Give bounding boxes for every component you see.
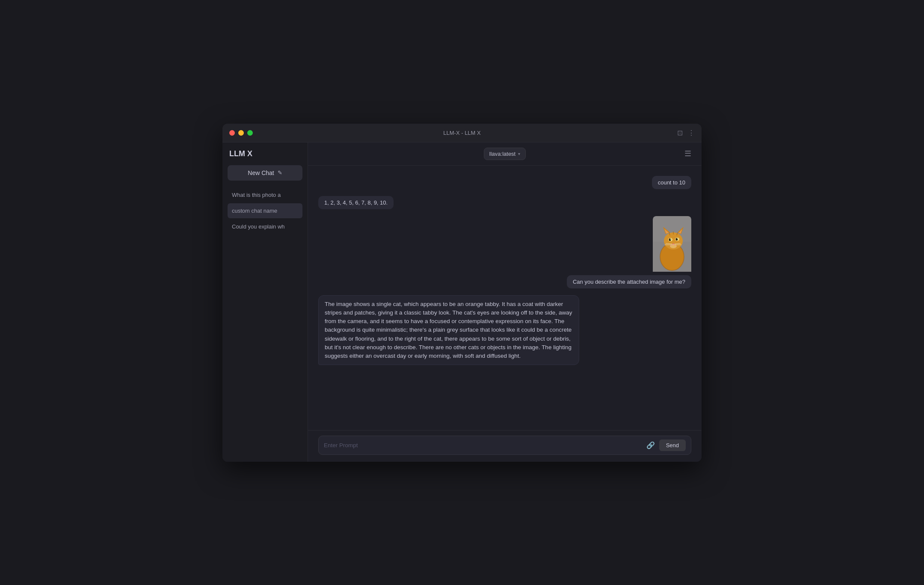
svg-point-16 [670,239,671,240]
cat-image [653,216,691,272]
messages-container: count to 10 1, 2, 3, 4, 5, 6, 7, 8, 9, 1… [308,166,702,430]
input-row: 🔗 Send [318,436,691,455]
message-row-count-assistant: 1, 2, 3, 4, 5, 6, 7, 8, 9, 10. [318,196,691,209]
chat-item-label: custom chat name [232,208,290,214]
message-row-image: Can you describe the attached image for … [318,216,691,288]
prompt-input[interactable] [324,442,642,448]
main-chat-area: llava:latest ▾ ☰ count to 10 1, 2, 3, 4,… [308,143,702,462]
app-body: LLM X New Chat ✎ What is this photo a ⋮ … [222,143,702,462]
window-title: LLM-X - LLM X [443,130,480,136]
model-name: llava:latest [489,151,515,157]
new-chat-label: New Chat [248,169,274,176]
chat-item-1[interactable]: What is this photo a ⋮ [228,187,302,202]
chat-item-3[interactable]: Could you explain wh ⋮ [228,219,302,234]
message-row-assistant-response: The image shows a single cat, which appe… [318,295,691,365]
chat-header: llava:latest ▾ ☰ [308,143,702,166]
titlebar: LLM-X - LLM X ⊡ ⋮ [222,124,702,143]
count-user-bubble: count to 10 [652,176,691,189]
cat-image-container [653,216,691,273]
app-name: LLM X [228,149,302,158]
message-row-count-user: count to 10 [318,176,691,189]
chat-item-label: Could you explain wh [232,223,290,230]
header-menu-icon[interactable]: ☰ [684,149,691,158]
user-prompt-bubble: Can you describe the attached image for … [567,275,691,288]
edit-icon: ✎ [278,169,282,176]
chat-item-2[interactable]: custom chat name ⋮ [228,203,302,218]
traffic-lights [229,130,253,136]
svg-point-17 [677,238,678,239]
svg-point-14 [669,238,671,241]
window-icon[interactable]: ⊡ [677,129,683,137]
chat-list: What is this photo a ⋮ custom chat name … [228,187,302,234]
chevron-down-icon: ▾ [518,151,520,156]
attach-icon[interactable]: 🔗 [646,440,656,450]
count-assistant-bubble: 1, 2, 3, 4, 5, 6, 7, 8, 9, 10. [318,196,394,209]
new-chat-button[interactable]: New Chat ✎ [228,165,302,181]
model-selector[interactable]: llava:latest ▾ [484,148,526,160]
maximize-button[interactable] [247,130,253,136]
sidebar: LLM X New Chat ✎ What is this photo a ⋮ … [222,143,308,462]
send-button[interactable]: Send [659,439,686,451]
app-window: LLM-X - LLM X ⊡ ⋮ LLM X New Chat ✎ What … [222,124,702,462]
assistant-response-bubble: The image shows a single cat, which appe… [318,295,579,365]
input-area: 🔗 Send [308,430,702,462]
chat-item-label: What is this photo a [232,192,290,198]
kebab-menu-icon[interactable]: ⋮ [688,129,695,137]
close-button[interactable] [229,130,235,136]
svg-point-15 [676,238,678,241]
titlebar-actions: ⊡ ⋮ [677,129,695,137]
minimize-button[interactable] [238,130,244,136]
svg-point-23 [670,244,677,248]
